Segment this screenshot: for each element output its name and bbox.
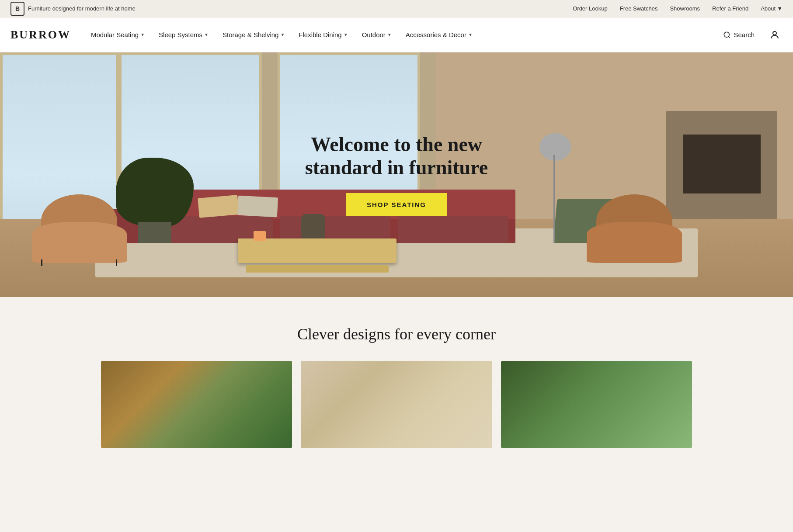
- nav-item-storage-shelving[interactable]: Storage & Shelving ▼: [216, 28, 291, 42]
- about-chevron-icon: ▼: [777, 5, 783, 12]
- nav-label-flexible-dining: Flexible Dining: [299, 31, 341, 38]
- nav-item-outdoor[interactable]: Outdoor ▼: [356, 28, 398, 42]
- refer-friend-link[interactable]: Refer a Friend: [712, 5, 748, 12]
- main-nav: BURROW Modular Seating ▼ Sleep Systems ▼…: [0, 17, 793, 52]
- about-link-label: About: [761, 5, 776, 12]
- nav-item-accessories-decor[interactable]: Accessories & Decor ▼: [400, 28, 479, 42]
- top-bar: B Furniture designed for modern life at …: [0, 0, 793, 17]
- showrooms-link[interactable]: Showrooms: [670, 5, 700, 12]
- search-button[interactable]: Search: [718, 28, 760, 42]
- nav-right: Search: [718, 27, 783, 43]
- top-bar-left: B Furniture designed for modern life at …: [10, 2, 136, 16]
- top-bar-links: Order Lookup Free Swatches Showrooms Ref…: [573, 5, 783, 12]
- about-link[interactable]: About ▼: [761, 5, 783, 12]
- brand-icon: B: [10, 2, 24, 16]
- hero-heading-line1: Welcome to the new: [311, 133, 482, 155]
- account-button[interactable]: [767, 27, 783, 43]
- chevron-down-icon: ▼: [140, 32, 145, 37]
- svg-point-2: [773, 31, 776, 35]
- nav-label-sleep-systems: Sleep Systems: [159, 31, 202, 38]
- account-icon: [769, 30, 780, 40]
- free-swatches-link[interactable]: Free Swatches: [620, 5, 658, 12]
- product-grid: [90, 361, 703, 448]
- clever-section: Clever designs for every corner: [0, 297, 793, 466]
- nav-item-sleep-systems[interactable]: Sleep Systems ▼: [153, 28, 215, 42]
- hero-heading-line2: standard in furniture: [305, 156, 488, 179]
- top-bar-tagline: Furniture designed for modern life at ho…: [28, 5, 136, 12]
- chevron-down-icon: ▼: [344, 32, 348, 37]
- search-label: Search: [734, 31, 755, 38]
- nav-label-outdoor: Outdoor: [362, 31, 386, 38]
- chevron-down-icon: ▼: [204, 32, 209, 37]
- hero-heading: Welcome to the new standard in furniture: [305, 133, 488, 180]
- hero-section: Welcome to the new standard in furniture…: [0, 52, 793, 297]
- chevron-down-icon: ▼: [280, 32, 285, 37]
- hero-text-overlay: Welcome to the new standard in furniture…: [0, 52, 793, 297]
- nav-items: Modular Seating ▼ Sleep Systems ▼ Storag…: [85, 28, 718, 42]
- nav-item-modular-seating[interactable]: Modular Seating ▼: [85, 28, 151, 42]
- nav-label-modular-seating: Modular Seating: [91, 31, 139, 38]
- nav-label-storage-shelving: Storage & Shelving: [223, 31, 278, 38]
- svg-line-1: [729, 36, 730, 38]
- shop-seating-button[interactable]: SHOP SEATING: [346, 193, 447, 216]
- nav-label-accessories-decor: Accessories & Decor: [406, 31, 466, 38]
- product-card-1[interactable]: [101, 361, 292, 448]
- svg-point-0: [724, 32, 730, 37]
- chevron-down-icon: ▼: [468, 32, 473, 37]
- brand-logo[interactable]: BURROW: [10, 28, 71, 41]
- order-lookup-link[interactable]: Order Lookup: [573, 5, 608, 12]
- chevron-down-icon: ▼: [387, 32, 392, 37]
- nav-item-flexible-dining[interactable]: Flexible Dining ▼: [292, 28, 354, 42]
- search-icon: [723, 31, 731, 39]
- clever-section-heading: Clever designs for every corner: [10, 325, 783, 343]
- product-card-3[interactable]: [501, 361, 692, 448]
- product-card-2[interactable]: [301, 361, 492, 448]
